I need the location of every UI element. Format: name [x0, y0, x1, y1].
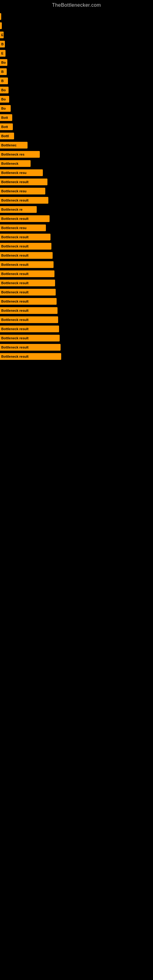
bar: Bottleneck result — [0, 280, 55, 286]
bar: Bo — [0, 96, 9, 103]
bar: Bottleneck resu — [0, 224, 46, 231]
bar-label: Bottleneck — [1, 162, 18, 165]
bar: Bottleneck result — [0, 215, 49, 222]
bar: Bo — [0, 105, 11, 112]
bar-row: Bottleneck — [0, 159, 153, 168]
bar: Bo — [0, 59, 7, 66]
bar-label: Bottleneck result — [1, 290, 29, 294]
bar-label: Bottlenec — [1, 143, 16, 147]
bar-label: Bottl — [1, 134, 9, 138]
bar: Bottleneck result — [0, 326, 59, 332]
bar-row: Bottleneck result — [0, 269, 153, 278]
bar-row: E — [0, 30, 153, 39]
bar: Bottleneck result — [0, 317, 58, 323]
bar-label: Bottleneck result — [1, 309, 29, 312]
bar-row: Bo — [0, 58, 153, 67]
bar-row: Bottleneck result — [0, 334, 153, 342]
bar — [0, 13, 1, 20]
bar-row: Bo — [0, 104, 153, 113]
bar-label: Bottleneck result — [1, 318, 29, 321]
bar-row: Bottl — [0, 132, 153, 140]
bar-label: Bottleneck result — [1, 217, 29, 221]
bar: Bottleneck — [0, 160, 30, 167]
bar-label: Bo — [1, 97, 6, 101]
bar-label: B — [1, 70, 4, 73]
bar-row — [0, 12, 153, 21]
bar: Bottleneck result — [0, 197, 48, 204]
bar: E — [0, 50, 5, 57]
bar-label: Bottleneck resu — [1, 171, 27, 175]
bar-label: Bottleneck result — [1, 355, 29, 358]
bar-label: Bottleneck result — [1, 254, 29, 257]
bar-row: Bo — [0, 86, 153, 94]
bar-row: Bottleneck resu — [0, 224, 153, 232]
bar-label: B — [1, 79, 4, 83]
bar: Bottleneck re — [0, 206, 37, 213]
bar-row: Bottleneck re — [0, 205, 153, 214]
bar-row: Bott — [0, 113, 153, 122]
bar-label: Bottleneck result — [1, 263, 29, 266]
bars-container: EBEBoBBBoBoBoBottBottBottlBottlenecBottl… — [0, 9, 153, 361]
bar: Bottlenec — [0, 142, 27, 148]
bar-row: Bottleneck result — [0, 306, 153, 315]
bar-label: Bottleneck result — [1, 281, 29, 285]
bar-label: E — [1, 51, 3, 55]
bar-row — [0, 21, 153, 30]
bar-row: Bottleneck resu — [0, 169, 153, 177]
bar: Bottleneck result — [0, 261, 54, 268]
site-title: TheBottlenecker.com — [0, 0, 153, 9]
bar: Bottleneck result — [0, 289, 56, 296]
bar-label: Bott — [1, 125, 8, 129]
bar-row: Bottleneck result — [0, 288, 153, 296]
bar-label: Bottleneck result — [1, 299, 29, 303]
bar: B — [0, 41, 5, 48]
bar-row: Bottlenec — [0, 141, 153, 150]
bar: Bott — [0, 114, 12, 121]
bar-row: Bott — [0, 123, 153, 131]
bar-label: Bo — [1, 107, 6, 110]
bar: Bottleneck resu — [0, 169, 43, 176]
bar-row: Bottleneck result — [0, 315, 153, 324]
bar-row: Bo — [0, 95, 153, 103]
bar-row: Bottleneck resu — [0, 187, 153, 196]
bar-row: Bottleneck result — [0, 233, 153, 241]
bar-label: Bottleneck result — [1, 272, 29, 275]
bar: Bottl — [0, 133, 14, 139]
bar: Bottleneck result — [0, 234, 51, 240]
bar-label: Bottleneck result — [1, 336, 29, 340]
bar-row: Bottleneck res — [0, 150, 153, 159]
bar: Bottleneck result — [0, 298, 57, 305]
bar: Bottleneck result — [0, 270, 54, 277]
bar-row: Bottleneck result — [0, 251, 153, 260]
bar — [0, 22, 2, 29]
bar-label: Bottleneck result — [1, 244, 29, 248]
bar-label: Bottleneck result — [1, 199, 29, 202]
bar: B — [0, 68, 7, 75]
bar-label: B — [1, 42, 4, 46]
bar: Bo — [0, 87, 9, 94]
bar-label: Bott — [1, 116, 8, 119]
bar-label: Bottleneck re — [1, 208, 22, 211]
bar-label: E — [1, 33, 3, 37]
bar-row: B — [0, 40, 153, 48]
bar-row: E — [0, 49, 153, 57]
bar: B — [0, 78, 8, 84]
bar-label: Bottleneck result — [1, 345, 29, 349]
bar: Bottleneck result — [0, 307, 57, 314]
bar-label: Bottleneck resu — [1, 189, 27, 193]
bar: Bottleneck resu — [0, 188, 45, 194]
bar-label: Bo — [1, 88, 6, 92]
bar: Bottleneck result — [0, 353, 61, 360]
bar-row: Bottleneck result — [0, 297, 153, 305]
bar-row: Bottleneck result — [0, 215, 153, 223]
bar: Bottleneck result — [0, 344, 61, 351]
bar-row: Bottleneck result — [0, 260, 153, 269]
bar: Bottleneck result — [0, 335, 60, 342]
bar-row: Bottleneck result — [0, 343, 153, 352]
bar-row: B — [0, 76, 153, 85]
bar-label: Bottleneck result — [1, 180, 29, 184]
bar-label: Bottleneck res — [1, 153, 24, 156]
bar-label: Bottleneck result — [1, 235, 29, 239]
bar: Bott — [0, 123, 13, 130]
bar: Bottleneck result — [0, 243, 51, 250]
